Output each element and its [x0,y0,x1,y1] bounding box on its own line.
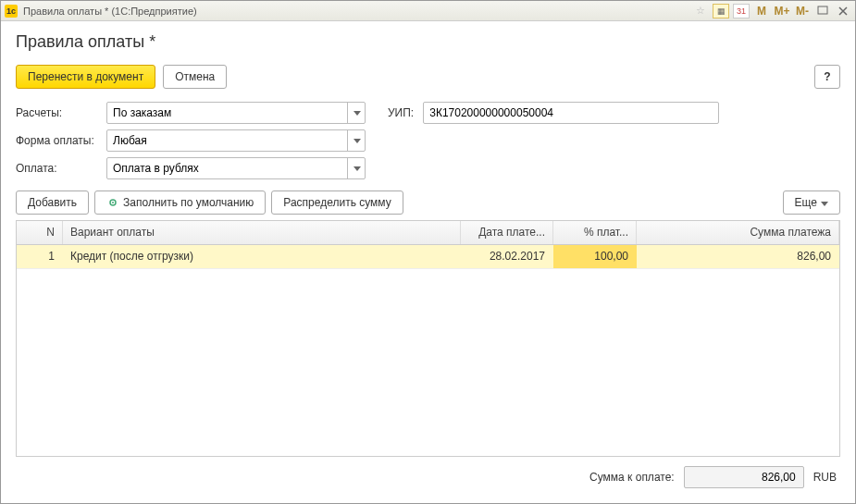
cell-variant[interactable]: Кредит (после отгрузки) [63,245,461,268]
content: Правила оплаты * Перенести в документ От… [1,21,855,503]
fill-default-button[interactable]: Заполнить по умолчанию [94,191,266,215]
page-title: Правила оплаты * [16,32,840,52]
cell-percent[interactable]: 100,00 [553,245,637,268]
chevron-down-icon [821,196,828,209]
close-icon[interactable] [835,4,851,18]
settlements-row: Расчеты: УИП: [16,102,840,124]
app-icon: 1c [5,5,18,18]
payment-form-input[interactable] [106,129,366,152]
col-percent-header[interactable]: % плат... [553,221,637,244]
uip-input[interactable] [423,102,719,124]
total-label: Сумма к оплате: [589,471,675,484]
settlements-input[interactable] [106,102,366,124]
total-value: 826,00 [684,466,804,488]
svg-point-2 [112,202,114,203]
memory-mplus-button[interactable]: M+ [774,4,790,18]
uip-label: УИП: [388,106,414,119]
window: 1c Правила оплаты * (1С:Предприятие) ☆ ▦… [0,0,856,504]
cell-date[interactable]: 28.02.2017 [461,245,553,268]
calendar-icon[interactable]: 31 [733,4,750,18]
minimize-icon[interactable] [814,4,831,18]
table-toolbar: Добавить Заполнить по умолчанию Распреде… [16,191,840,215]
transfer-button[interactable]: Перенести в документ [16,65,155,89]
currency-label: RUB [813,471,837,484]
memory-mminus-button[interactable]: M- [794,4,811,18]
cancel-button[interactable]: Отмена [163,65,227,89]
payment-dropdown-icon[interactable] [347,157,366,179]
cell-n[interactable]: 1 [17,245,63,268]
memory-m-button[interactable]: M [753,4,770,18]
favorite-icon[interactable]: ☆ [692,4,709,18]
payment-form-row: Форма оплаты: [16,129,840,152]
payment-form-label: Форма оплаты: [16,134,101,147]
calculator-icon[interactable]: ▦ [713,4,729,18]
table-row[interactable]: 1 Кредит (после отгрузки) 28.02.2017 100… [17,245,839,269]
distribute-button[interactable]: Распределить сумму [271,191,403,215]
more-label: Еще [795,196,817,209]
settlements-label: Расчеты: [16,106,101,119]
titlebar: 1c Правила оплаты * (1С:Предприятие) ☆ ▦… [1,1,855,21]
col-variant-header[interactable]: Вариант оплаты [63,221,461,244]
col-date-header[interactable]: Дата плате... [461,221,553,244]
col-n-header[interactable]: N [17,221,63,244]
help-button[interactable]: ? [814,65,840,89]
payment-form-combo[interactable] [106,129,366,152]
svg-rect-0 [818,6,827,14]
settlements-dropdown-icon[interactable] [347,102,366,124]
settlements-combo[interactable] [106,102,366,124]
window-title: Правила оплаты * (1С:Предприятие) [23,6,692,17]
fill-default-label: Заполнить по умолчанию [123,196,254,209]
table-body: 1 Кредит (после отгрузки) 28.02.2017 100… [17,245,839,456]
payment-row: Оплата: [16,157,840,179]
payments-table: N Вариант оплаты Дата плате... % плат...… [16,220,840,457]
footer: Сумма к оплате: 826,00 RUB [16,457,840,492]
payment-label: Оплата: [16,162,101,175]
table-header: N Вариант оплаты Дата плате... % плат...… [17,221,839,245]
form: Расчеты: УИП: Форма оплаты: Оплата: [16,102,840,179]
payment-form-dropdown-icon[interactable] [347,129,366,152]
add-button[interactable]: Добавить [16,191,89,215]
cell-sum[interactable]: 826,00 [637,245,839,268]
top-actions: Перенести в документ Отмена ? [16,65,840,89]
titlebar-actions: ☆ ▦ 31 M M+ M- [692,4,851,18]
col-sum-header[interactable]: Сумма платежа [637,221,839,244]
more-button[interactable]: Еще [783,191,840,215]
gear-icon [106,196,119,209]
payment-input[interactable] [106,157,366,179]
payment-combo[interactable] [106,157,366,179]
